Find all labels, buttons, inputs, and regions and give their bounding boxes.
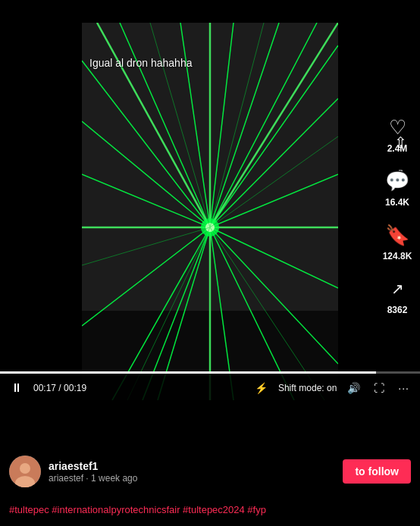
follow-button[interactable]: to follow xyxy=(343,459,411,484)
shift-mode-label: Shift mode: on xyxy=(278,383,337,393)
hashtag-text: #tultepec #internationalpyrotechnicsfair… xyxy=(9,504,266,515)
no-wifi-icon: ⚡ xyxy=(252,380,271,396)
bookmark-icon: 🔖 xyxy=(384,221,411,249)
progress-bar-fill xyxy=(0,371,376,374)
heart-icon: ♡ xyxy=(384,114,411,141)
video-frame xyxy=(82,23,338,400)
user-info: ariaestef1 ariaestef · 1 week ago xyxy=(49,460,335,484)
progress-bar-container xyxy=(0,371,420,374)
time-display: 00:17 / 00:19 xyxy=(33,383,86,393)
fullscreen-button[interactable]: ⛶ xyxy=(371,380,387,396)
comment-icon: 💬 xyxy=(384,168,411,195)
more-options-button[interactable]: ··· xyxy=(395,380,412,396)
share-button[interactable]: ↗ 8362 xyxy=(384,275,411,315)
avatar xyxy=(9,456,41,487)
controls-bar: ⏸ 00:17 / 00:19 ⚡ Shift mode: on 🔊 ⛶ ··· xyxy=(0,371,420,405)
user-bar: ariaestef1 ariaestef · 1 week ago to fol… xyxy=(0,450,420,493)
play-pause-button[interactable]: ⏸ xyxy=(8,381,26,395)
video-caption: Igual al dron hahahha xyxy=(89,57,192,69)
hashtag-bar: #tultepec #internationalpyrotechnicsfair… xyxy=(0,493,420,526)
like-button[interactable]: ♡ 2.4M xyxy=(384,114,411,154)
side-actions: ♡ 2.4M 💬 16.4K 🔖 124.8K ↗ 8362 xyxy=(375,114,420,315)
like-count: 2.4M xyxy=(387,143,408,154)
comment-count: 16.4K xyxy=(385,197,409,208)
user-sub: ariaestef · 1 week ago xyxy=(49,473,335,484)
volume-button[interactable]: 🔊 xyxy=(344,380,363,396)
display-name: ariaestef1 xyxy=(49,460,335,472)
bookmark-button[interactable]: 🔖 124.8K xyxy=(383,221,412,261)
share-count: 8362 xyxy=(387,305,408,315)
comment-button[interactable]: 💬 16.4K xyxy=(384,168,411,208)
share-icon: ↗ xyxy=(384,275,411,302)
video-container: Igual al dron hahahha ⇧ ⇩ ♡ 2.4M 💬 16.4K… xyxy=(0,0,420,405)
bookmark-count: 124.8K xyxy=(383,251,412,261)
svg-point-36 xyxy=(20,463,30,474)
